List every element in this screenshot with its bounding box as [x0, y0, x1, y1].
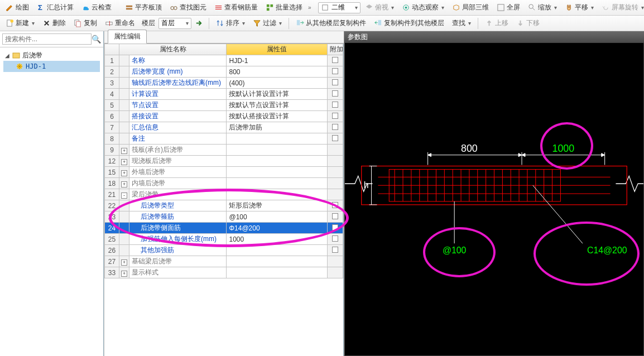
attach-cell[interactable] [327, 55, 343, 66]
attach-cell[interactable] [327, 211, 343, 223]
prop-value[interactable]: 按默认计算设置计算 [227, 89, 327, 100]
diagram-canvas[interactable]: 800 1000 h [344, 42, 644, 356]
tab-property-edit[interactable]: 属性编辑 [108, 30, 147, 44]
prop-value[interactable] [227, 133, 327, 145]
table-row[interactable]: 22后浇带类型矩形后浇带 [105, 200, 343, 211]
view-rebar-button[interactable]: 查看钢筋量 [211, 2, 261, 13]
batch-select-button[interactable]: 批量选择 [262, 2, 306, 13]
table-row[interactable]: 6搭接设置按默认搭接设置计算 [105, 111, 343, 122]
table-row[interactable]: 7汇总信息后浇带加筋 [105, 122, 343, 133]
table-row[interactable]: 15+外墙后浇带 [105, 167, 343, 178]
view-mode-input[interactable] [331, 4, 352, 12]
table-row[interactable]: 18+内墙后浇带 [105, 178, 343, 189]
delete-button[interactable]: 删除 [39, 17, 69, 29]
zoom-button[interactable]: 缩放▾ [525, 2, 560, 13]
floor-apply-button[interactable] [193, 18, 205, 28]
attach-cell[interactable] [327, 89, 343, 100]
table-row[interactable]: 9+筏板(承台)后浇带 [105, 145, 343, 156]
flattop-button[interactable]: 平齐板顶 [122, 2, 165, 13]
rename-button[interactable]: 重命名 [102, 17, 138, 29]
pan-button[interactable]: 平移▾ [561, 2, 597, 13]
col-header-attach[interactable]: 附加 [327, 44, 343, 55]
prop-value[interactable] [227, 189, 327, 200]
table-row[interactable]: 4计算设置按默认计算设置计算 [105, 89, 343, 100]
prop-value[interactable]: @100 [227, 211, 327, 223]
sort-button[interactable]: 排序▾ [213, 17, 248, 29]
overflow-chevron[interactable]: » [308, 4, 311, 11]
attach-cell[interactable] [327, 256, 343, 267]
table-row[interactable]: 12+现浇板后浇带 [105, 156, 343, 167]
table-row[interactable]: 1名称HJD-1 [105, 55, 343, 66]
table-row[interactable]: 8备注 [105, 133, 343, 145]
table-row[interactable]: 23后浇带箍筋@100 [105, 211, 343, 223]
prop-value[interactable]: 800 [227, 66, 327, 78]
prop-value[interactable] [227, 167, 327, 178]
copy-from-floor-button[interactable]: 从其他楼层复制构件 [292, 17, 369, 29]
copy-to-floor-button[interactable]: 复制构件到其他楼层 [371, 17, 448, 29]
attach-cell[interactable] [327, 156, 343, 167]
table-row[interactable]: 2后浇带宽度 (mm)800 [105, 66, 343, 78]
screenrot-button[interactable]: 屏幕旋转▾ [598, 2, 644, 13]
prop-value[interactable] [227, 156, 327, 167]
attach-cell[interactable] [327, 66, 343, 78]
attach-cell[interactable] [327, 145, 343, 156]
floor-input[interactable] [161, 20, 182, 27]
table-row[interactable]: 5节点设置按默认节点设置计算 [105, 100, 343, 111]
attach-cell[interactable] [327, 122, 343, 133]
col-header-name[interactable]: 属性名称 [119, 44, 227, 55]
prop-value[interactable]: 按默认搭接设置计算 [227, 111, 327, 122]
attach-cell[interactable] [327, 178, 343, 189]
prop-value[interactable] [227, 256, 327, 267]
draw-button[interactable]: 绘图 [2, 2, 32, 13]
expand-cell[interactable]: + [119, 178, 129, 189]
cloud-check-button[interactable]: 云检查 [78, 2, 115, 13]
dynview-button[interactable]: 动态观察▾ [398, 2, 448, 13]
new-button[interactable]: 新建▾ [2, 17, 38, 29]
prop-value[interactable]: 1000 [227, 234, 327, 245]
move-down-button[interactable]: 下移 [513, 17, 543, 29]
col-header-value[interactable]: 属性值 [227, 44, 327, 55]
table-row[interactable]: 27+基础梁后浇带 [105, 256, 343, 267]
search-input[interactable] [2, 33, 92, 45]
table-row[interactable]: 24后浇带侧面筋Φ14@200 [105, 223, 343, 234]
prop-value[interactable]: 矩形后浇带 [227, 200, 327, 211]
floor-combo[interactable]: ▾ [158, 18, 191, 29]
move-up-button[interactable]: 上移 [482, 17, 512, 29]
attach-cell[interactable] [327, 200, 343, 211]
local3d-button[interactable]: 局部三维 [449, 2, 492, 13]
attach-cell[interactable] [327, 167, 343, 178]
sumcalc-button[interactable]: Σ汇总计算 [33, 2, 77, 13]
attach-cell[interactable] [327, 267, 343, 278]
prop-value[interactable] [227, 267, 327, 278]
expand-cell[interactable]: - [119, 189, 129, 200]
expand-cell[interactable]: + [119, 156, 129, 167]
tree-child-item[interactable]: HJD-1 [3, 61, 100, 72]
table-row[interactable]: 21-梁后浇带 [105, 189, 343, 200]
expand-cell[interactable]: + [119, 145, 129, 156]
tree-root-item[interactable]: ◢ 后浇带 [3, 50, 100, 61]
prop-value[interactable] [227, 178, 327, 189]
prop-value[interactable]: Φ14@200 [227, 223, 327, 234]
attach-cell[interactable] [327, 234, 343, 245]
filter-button[interactable]: 过滤▾ [249, 17, 285, 29]
table-row[interactable]: 25加强筋伸入每侧长度(mm)1000 [105, 234, 343, 245]
search-button[interactable]: 🔍 [92, 33, 101, 45]
attach-cell[interactable] [327, 78, 343, 89]
find-element-button[interactable]: 查找图元 [166, 2, 210, 13]
table-row[interactable]: 26其他加强筋 [105, 245, 343, 256]
table-row[interactable]: 3轴线距后浇带左边线距离(mm)(400) [105, 78, 343, 89]
prop-value[interactable]: (400) [227, 78, 327, 89]
copy-button[interactable]: 复制 [70, 17, 100, 29]
attach-cell[interactable] [327, 133, 343, 145]
fullscreen-button[interactable]: 全屏 [493, 2, 523, 13]
table-row[interactable]: 33+显示样式 [105, 267, 343, 278]
expand-cell[interactable]: + [119, 167, 129, 178]
attach-cell[interactable] [327, 189, 343, 200]
find-button[interactable]: 查找▾ [449, 17, 474, 29]
attach-cell[interactable] [327, 223, 343, 234]
attach-cell[interactable] [327, 111, 343, 122]
prop-value[interactable] [227, 245, 327, 256]
fushi-button[interactable]: 俯视▾ [362, 2, 397, 13]
attach-cell[interactable] [327, 245, 343, 256]
prop-value[interactable]: HJD-1 [227, 55, 327, 66]
